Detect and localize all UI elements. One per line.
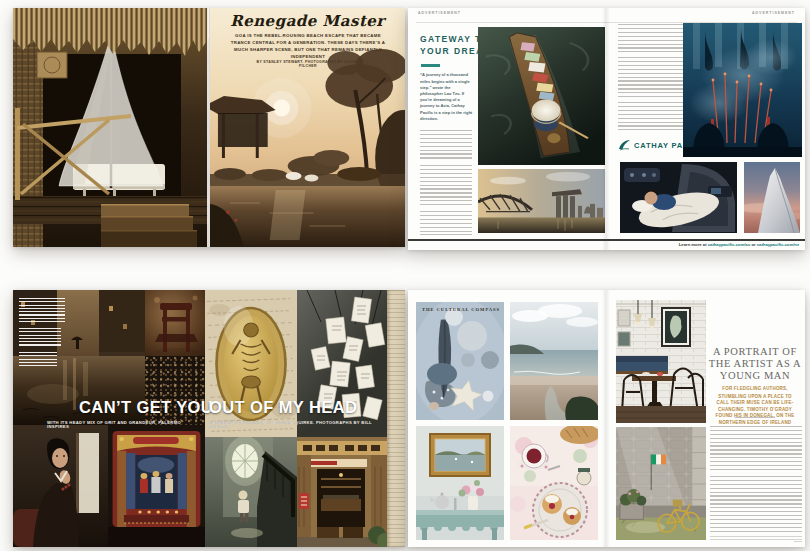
advertisement-label-right: ADVERTISEMENT [695, 11, 795, 15]
headline-line2: THE ARTIST AS A [708, 358, 802, 370]
spread-cathay-ad: ADVERTISEMENT ADVERTISEMENT GATEWAY TO Y… [408, 8, 805, 250]
footnote-greeked [710, 536, 802, 543]
photo-puppet-theatre [108, 425, 205, 547]
spread-ireland: THE CULTURAL COMPASS [408, 290, 805, 547]
ad-intro-quote: “A journey of a thousand miles begins wi… [420, 72, 475, 122]
feature-title-left: CAN’T GET YOU [79, 398, 213, 417]
footer-links: Learn more at cathaypacific.com/au or ca… [547, 242, 799, 246]
feature-subtitle-right: OBSESSIVE DEVOTION, BY ANTONIA QUIRKE. P… [209, 420, 384, 428]
feature-standfirst: FOR FLEDGLING AUTHORS, STUMBLING UPON A … [712, 386, 798, 426]
accent-rule [421, 64, 440, 67]
photo-stairwell [205, 437, 297, 547]
article-byline: BY STANLEY STEWART. PHOTOGRAPHS BY OLIVE… [248, 60, 368, 67]
article-title: Renegade Master [210, 12, 405, 30]
brushwing-icon [618, 139, 631, 151]
greeked-text [710, 426, 802, 472]
photo-chair [145, 290, 208, 356]
photo-caption-greeked [19, 298, 65, 324]
photo-caption-greeked [19, 328, 61, 348]
footer-link-nz[interactable]: cathaypacific.com/nz [757, 242, 799, 246]
photo-cafe-interior [616, 300, 706, 423]
greeked-text [420, 165, 472, 207]
photo-tea-and-scones [510, 426, 598, 540]
photo-beach-hut [13, 8, 209, 247]
photo-incense-temple [683, 23, 802, 157]
photo-goa-sunset: Renegade Master GOA IS THE REBEL-ROUSING… [210, 8, 405, 247]
spread-palermo: CAN’T GET YOU OUT OF MY HEAD WITH ITS HE… [13, 290, 405, 547]
page-gutter [602, 8, 610, 250]
photo-stone-wall-bicycle [616, 427, 706, 540]
footer-text: Learn more at [679, 242, 707, 246]
footer-link-au[interactable]: cathaypacific.com/au [708, 242, 750, 246]
photo-woman-portrait [13, 425, 108, 547]
headline-line3: YOUNG MAN [708, 370, 802, 382]
footer-rule [408, 239, 805, 241]
feature-title-right: OUT OF MY HEAD [209, 398, 357, 417]
greeked-text [420, 130, 472, 160]
byline-greeked [735, 417, 775, 419]
photo-beach-landscape [510, 302, 598, 420]
footer-or: or [751, 242, 755, 246]
article-standfirst: GOA IS THE REBEL-ROUSING BEACH ESCAPE TH… [230, 33, 385, 60]
photo-airplane-wing [744, 162, 800, 233]
page-gutter [602, 290, 610, 547]
greeked-text [710, 476, 802, 532]
manuscript-page-edge [387, 290, 405, 547]
feature-headline: A PORTRAIT OF THE ARTIST AS A YOUNG MAN [708, 346, 802, 382]
photo-business-class [620, 162, 737, 233]
photo-caption-greeked [19, 352, 57, 366]
photo-framed-painting-interior [416, 426, 504, 540]
photo-floating-market [478, 27, 605, 165]
photo-bakery-shopfront [297, 437, 387, 547]
advertisement-label-left: ADVERTISEMENT [418, 11, 518, 15]
magazine-collage: Renegade Master GOA IS THE REBEL-ROUSING… [0, 0, 810, 551]
page-number-greeked [794, 541, 802, 543]
photo-marina-bay [478, 169, 605, 233]
photo-pebbles-still-life: THE CULTURAL COMPASS [416, 302, 504, 420]
section-kicker: THE CULTURAL COMPASS [422, 307, 501, 312]
greeked-text [420, 211, 472, 235]
headline-line1: A PORTRAIT OF [708, 346, 802, 358]
spread-goa: Renegade Master GOA IS THE REBEL-ROUSING… [13, 8, 405, 247]
feature-subtitle-left: WITH ITS HEADY MIX OF GRIT AND GRANDEUR,… [47, 420, 191, 428]
